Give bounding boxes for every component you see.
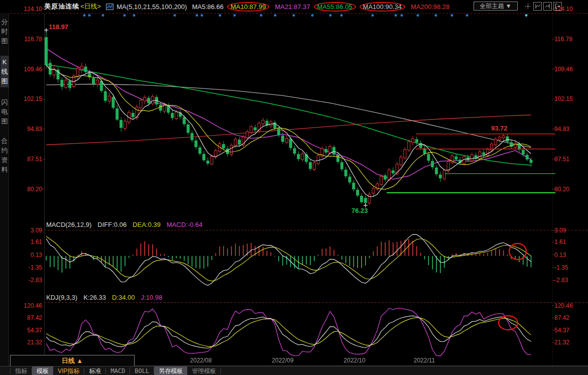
chart-type-sidebar: 分时图K线图闪电图合约资料 bbox=[0, 13, 9, 375]
fit-y-axis-right-icon[interactable] bbox=[543, 2, 552, 11]
kdj-axis-label-right: 120.46 bbox=[554, 302, 573, 309]
toolbar-separator bbox=[220, 368, 221, 374]
price-axis-label-right: 87.51 bbox=[554, 156, 569, 163]
kdj-label-row: KDJ(9,3,3) K:26.33 D:34.00 J:10.98 bbox=[46, 294, 168, 301]
toolbar-item-管理模板[interactable]: 管理模板 bbox=[187, 366, 220, 375]
macd-value: MACD:-0.64 bbox=[167, 221, 203, 228]
kdj-j-value: J:10.98 bbox=[141, 294, 163, 301]
macd-diff-value: DIFF:0.06 bbox=[97, 221, 127, 228]
toolbar-item-BOLL[interactable]: BOLL bbox=[130, 367, 154, 375]
macd-axis-label-right: 1.61 bbox=[554, 238, 566, 245]
macd-axis-label-left: 1.61 bbox=[12, 238, 42, 245]
kdj-k-value: K:26.33 bbox=[83, 294, 106, 301]
resistance-annotation: 93.72 bbox=[491, 124, 508, 132]
price-axis-label-right: 94.83 bbox=[554, 126, 569, 133]
toolbar-item-模板[interactable]: 模板 bbox=[32, 366, 53, 375]
pan-icon[interactable] bbox=[524, 3, 532, 10]
candlestick-chart-icon bbox=[106, 4, 113, 10]
price-axis-label-left: 102.15 bbox=[12, 95, 42, 102]
toolbar-item-标准[interactable]: 标准 bbox=[84, 366, 105, 375]
bottom-toolbar: 指标模板VIP指标标准MACDBOLL另存模板管理模板 bbox=[0, 366, 588, 375]
period-selector[interactable]: 日线 ▲ bbox=[10, 355, 135, 366]
price-axis-label-right: 80.20 bbox=[554, 186, 569, 193]
theme-dropdown[interactable]: 全部主题 ▼ bbox=[474, 2, 518, 11]
fit-y-axis-left-icon[interactable] bbox=[533, 2, 542, 11]
ma-value: MA100:90.34 bbox=[360, 2, 405, 12]
toolbar-item-MACD[interactable]: MACD bbox=[106, 367, 130, 375]
macd-dea-value: DEA:0.39 bbox=[133, 221, 161, 228]
ma-value: MA55:86.05 bbox=[314, 2, 356, 12]
kdj-axis-label-right: 87.42 bbox=[554, 314, 569, 321]
macd-indicator-label: MACD(26,12,9) bbox=[46, 221, 91, 228]
kdj-indicator-label: KDJ(9,3,3) bbox=[46, 294, 77, 301]
macd-axis-label-left: 0.13 bbox=[12, 252, 42, 259]
ma-value: MA10:87.99 bbox=[227, 2, 269, 12]
kdj-axis-label-left: 120.46 bbox=[12, 302, 42, 309]
sidebar-tab-K线图[interactable]: K线图 bbox=[1, 56, 9, 87]
macd-label-row: MACD(26,12,9) DIFF:0.06 DEA:0.39 MACD:-0… bbox=[46, 221, 208, 228]
kdj-axis-label-left: 87.42 bbox=[12, 314, 42, 321]
price-axis-label-left: 87.51 bbox=[12, 156, 42, 163]
ma-value: MA21:87.37 bbox=[275, 3, 310, 11]
price-axis-label-left: 116.78 bbox=[12, 36, 42, 43]
month-label: 2022/08 bbox=[183, 357, 218, 364]
price-axis-label-right: 109.46 bbox=[554, 66, 573, 73]
kdj-axis-label-right: 21.32 bbox=[554, 339, 569, 346]
sidebar-tab-分时图[interactable]: 分时图 bbox=[1, 17, 9, 46]
kdj-d-value: D:34.00 bbox=[112, 294, 135, 301]
header-controls: 全部主题 ▼ bbox=[474, 2, 562, 11]
candlestick-chart-svg bbox=[0, 0, 588, 375]
toolbar-item-指标[interactable]: 指标 bbox=[11, 366, 32, 375]
exit-window-icon[interactable] bbox=[553, 2, 562, 11]
month-label: 2022/09 bbox=[265, 357, 300, 364]
instrument-title: 美原油连续 bbox=[44, 2, 79, 11]
month-label: 2022/10 bbox=[337, 357, 372, 364]
kdj-axis-label-left: 54.37 bbox=[12, 327, 42, 334]
toolbar-item-另存模板[interactable]: 另存模板 bbox=[154, 366, 187, 375]
sidebar-tab-合约资料[interactable]: 合约资料 bbox=[1, 136, 9, 174]
macd-axis-label-left: -1.35 bbox=[12, 264, 42, 271]
price-axis-label-right: 102.15 bbox=[554, 95, 573, 102]
macd-axis-label-left: 3.09 bbox=[12, 227, 42, 234]
month-label: 2022/11 bbox=[407, 357, 442, 364]
ma-values-row: MA5:86.66MA10:87.99MA21:87.37MA55:86.05M… bbox=[192, 3, 455, 11]
price-axis-label-left: 109.46 bbox=[12, 66, 42, 73]
sidebar-tab-闪电图[interactable]: 闪电图 bbox=[1, 97, 9, 126]
ma-settings-label: MA(5,10,21,55,100,200) bbox=[116, 3, 187, 11]
price-axis-label-left: 80.20 bbox=[12, 186, 42, 193]
ma-value: MA5:86.66 bbox=[192, 3, 223, 11]
high-price-annotation: 118.97 bbox=[49, 23, 68, 31]
macd-axis-label-right: 0.13 bbox=[554, 252, 566, 259]
price-axis-label-left: 94.83 bbox=[12, 126, 42, 133]
macd-axis-label-right: -2.83 bbox=[554, 277, 568, 284]
macd-axis-label-right: 3.09 bbox=[554, 227, 566, 234]
macd-axis-label-left: -2.83 bbox=[12, 277, 42, 284]
price-axis-label-right: 116.78 bbox=[554, 36, 572, 43]
low-price-annotation: 76.23 bbox=[351, 207, 368, 214]
toolbar-item-VIP指标[interactable]: VIP指标 bbox=[53, 366, 84, 375]
period-tag: <日线> bbox=[80, 2, 101, 11]
macd-axis-label-right: -1.35 bbox=[554, 264, 568, 271]
ma-value: MA200:98.28 bbox=[411, 3, 449, 11]
kdj-axis-label-right: 54.37 bbox=[554, 327, 569, 334]
kdj-axis-label-left: 21.32 bbox=[12, 339, 42, 346]
